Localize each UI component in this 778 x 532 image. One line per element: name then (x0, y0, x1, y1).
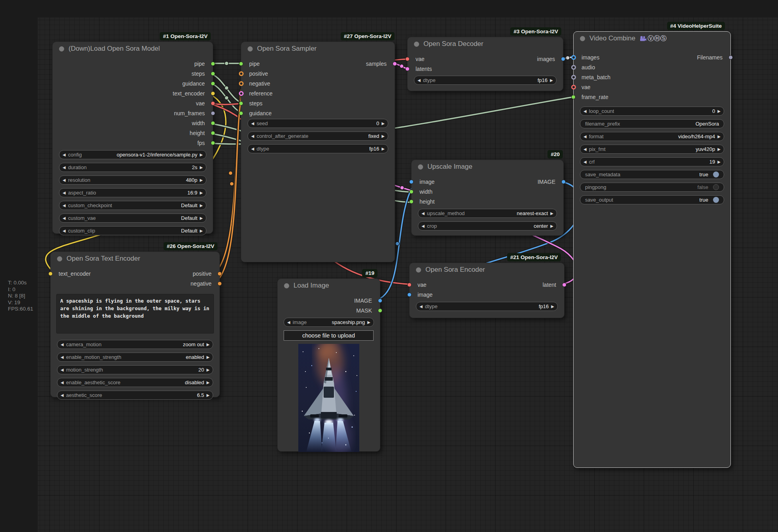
decrement-arrow-icon[interactable]: ◀ (63, 165, 66, 170)
choose-file-button[interactable]: choose file to upload (284, 330, 374, 341)
toggle-off-icon[interactable] (713, 184, 719, 190)
increment-arrow-icon[interactable]: ▶ (206, 368, 210, 372)
decrement-arrow-icon[interactable]: ◀ (61, 355, 64, 359)
output-port-guidance[interactable] (211, 81, 215, 86)
input-port-frame-rate[interactable] (571, 95, 576, 99)
widget-upscale-method[interactable]: ◀upscale_methodnearest-exact▶ (418, 209, 557, 218)
node-title-bar[interactable]: Load Image (278, 279, 380, 292)
decrement-arrow-icon[interactable]: ◀ (287, 320, 290, 324)
node-title-bar[interactable]: Open Sora Encoder (410, 263, 564, 276)
widget-motion-strength[interactable]: ◀motion_strength20▶ (57, 365, 213, 374)
output-port-num-frames[interactable] (211, 111, 215, 115)
increment-arrow-icon[interactable]: ▶ (206, 342, 210, 347)
increment-arrow-icon[interactable]: ▶ (200, 165, 203, 170)
widget-loop-count[interactable]: ◀loop_count0▶ (580, 107, 724, 116)
decrement-arrow-icon[interactable]: ◀ (421, 224, 425, 228)
widget-crf[interactable]: ◀crf19▶ (580, 157, 724, 166)
decrement-arrow-icon[interactable]: ◀ (251, 121, 254, 126)
output-port-text-encoder[interactable] (211, 91, 215, 95)
decrement-arrow-icon[interactable]: ◀ (584, 147, 587, 151)
widget-dtype[interactable]: ◀dtypefp16▶ (416, 302, 558, 311)
node-open-sora-text-encoder[interactable]: #26 Open-Sora-I2V Open Sora Text Encoder… (50, 252, 220, 397)
input-port-width[interactable] (409, 189, 414, 194)
collapse-dot[interactable] (248, 46, 253, 51)
input-port-negative[interactable] (239, 81, 244, 86)
output-port-width[interactable] (211, 121, 215, 125)
increment-arrow-icon[interactable]: ▶ (200, 153, 203, 157)
node-upscale-image[interactable]: #20 Upscale Image imageIMAGE width heigh… (411, 160, 564, 236)
widget-control-after-generate[interactable]: ◀control_after_generatefixed▶ (248, 132, 388, 141)
toggle-on-icon[interactable] (713, 197, 719, 203)
widget-pix-fmt[interactable]: ◀pix_fmtyuv420p▶ (580, 145, 724, 154)
increment-arrow-icon[interactable]: ▶ (200, 229, 203, 233)
widget-custom-checkpoint[interactable]: ◀custom_checkpointDefault▶ (59, 201, 206, 210)
output-port-latent[interactable] (562, 282, 566, 287)
increment-arrow-icon[interactable]: ▶ (550, 211, 553, 215)
decrement-arrow-icon[interactable]: ◀ (421, 211, 425, 215)
input-port-meta-batch[interactable] (571, 75, 576, 80)
input-port-image[interactable] (407, 292, 412, 297)
widget-aspect-ratio[interactable]: ◀aspect_ratio16:9▶ (59, 188, 206, 197)
widget-format[interactable]: ◀formatvideo/h264-mp4▶ (580, 132, 724, 141)
increment-arrow-icon[interactable]: ▶ (381, 147, 385, 151)
node-open-sora-encoder[interactable]: #21 Open-Sora-I2V Open Sora Encoder vael… (409, 263, 564, 318)
widget-camera-motion[interactable]: ◀camera_motionzoom out▶ (57, 340, 213, 349)
output-port-image[interactable] (378, 298, 382, 303)
input-port-vae[interactable] (571, 85, 576, 90)
decrement-arrow-icon[interactable]: ◀ (251, 134, 254, 138)
input-port-pipe[interactable] (239, 61, 243, 66)
collapse-dot[interactable] (59, 46, 64, 51)
widget-duration[interactable]: ◀duration2s▶ (59, 163, 206, 172)
decrement-arrow-icon[interactable]: ◀ (63, 229, 66, 233)
decrement-arrow-icon[interactable]: ◀ (61, 393, 64, 397)
increment-arrow-icon[interactable]: ▶ (550, 78, 553, 82)
decrement-arrow-icon[interactable]: ◀ (63, 216, 66, 220)
decrement-arrow-icon[interactable]: ◀ (584, 160, 587, 164)
input-port-image[interactable] (409, 179, 414, 184)
widget-custom-vae[interactable]: ◀custom_vaeDefault▶ (59, 214, 206, 223)
output-port-samples[interactable] (393, 61, 397, 66)
increment-arrow-icon[interactable]: ▶ (200, 216, 203, 220)
output-port-steps[interactable] (211, 71, 215, 76)
node-load-open-sora-model[interactable]: #1 Open-Sora-I2V (Down)Load Open Sora Mo… (52, 42, 213, 234)
output-port-image[interactable] (561, 179, 566, 184)
node-load-image[interactable]: #19 Load Image IMAGE MASK ◀imagespaceshi… (277, 278, 380, 452)
output-port-vae[interactable] (211, 101, 215, 105)
increment-arrow-icon[interactable]: ▶ (717, 147, 721, 151)
increment-arrow-icon[interactable]: ▶ (367, 320, 370, 324)
node-title-bar[interactable]: Open Sora Text Encoder (51, 252, 219, 265)
input-port-images[interactable] (571, 55, 576, 60)
output-port-filenames[interactable] (728, 55, 733, 59)
input-port-steps[interactable] (239, 101, 243, 105)
increment-arrow-icon[interactable]: ▶ (381, 121, 385, 126)
collapse-dot[interactable] (416, 267, 421, 273)
toggle-on-icon[interactable] (713, 172, 719, 177)
decrement-arrow-icon[interactable]: ◀ (61, 368, 64, 372)
output-port-images[interactable] (561, 57, 565, 61)
increment-arrow-icon[interactable]: ▶ (200, 203, 203, 208)
widget-save-output-toggle[interactable]: save_outputtrue (580, 195, 724, 204)
input-port-reference[interactable] (239, 91, 244, 96)
output-port-negative[interactable] (217, 281, 222, 286)
input-port-positive[interactable] (239, 71, 244, 76)
widget-dtype[interactable]: ◀dtypefp16▶ (414, 76, 557, 85)
decrement-arrow-icon[interactable]: ◀ (61, 342, 64, 347)
output-port-mask[interactable] (378, 308, 382, 313)
prompt-textarea[interactable]: A spaceship is flying in the outer space… (56, 294, 214, 334)
collapse-dot[interactable] (284, 283, 289, 288)
node-open-sora-decoder[interactable]: #3 Open-Sora-I2V Open Sora Decoder vaeim… (407, 37, 563, 91)
increment-arrow-icon[interactable]: ▶ (381, 134, 385, 138)
increment-arrow-icon[interactable]: ▶ (717, 134, 721, 139)
increment-arrow-icon[interactable]: ▶ (717, 160, 721, 164)
increment-arrow-icon[interactable]: ▶ (717, 109, 721, 113)
decrement-arrow-icon[interactable]: ◀ (63, 191, 66, 195)
increment-arrow-icon[interactable]: ▶ (550, 224, 553, 228)
widget-custom-clip[interactable]: ◀custom_clipDefault▶ (59, 226, 206, 235)
node-title-bar[interactable]: Open Sora Sampler (241, 42, 395, 55)
input-port-guidance[interactable] (239, 111, 243, 115)
widget-crop[interactable]: ◀cropcenter▶ (418, 221, 557, 231)
decrement-arrow-icon[interactable]: ◀ (420, 304, 423, 309)
output-port-positive[interactable] (217, 271, 222, 276)
input-port-latents[interactable] (405, 67, 410, 71)
increment-arrow-icon[interactable]: ▶ (200, 191, 203, 195)
